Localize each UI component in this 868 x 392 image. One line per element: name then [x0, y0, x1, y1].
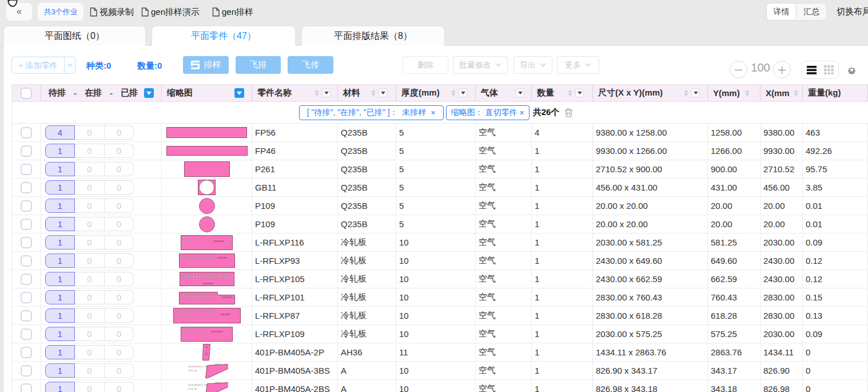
svg-text:L-RFLXP109: L-RFLXP109 — [210, 331, 222, 333]
svg-text:L-RFLXP93: L-RFLXP93 — [217, 257, 227, 259]
svg-text:L-RFLXP116: L-RFLXP116 — [213, 240, 224, 243]
svg-text:L-RFLXP101: L-RFLXP101 — [221, 296, 233, 299]
svg-text:L-RFLXP105: L-RFLXP105 — [202, 283, 214, 285]
svg-text:L-RFLXP87: L-RFLXP87 — [220, 314, 230, 316]
